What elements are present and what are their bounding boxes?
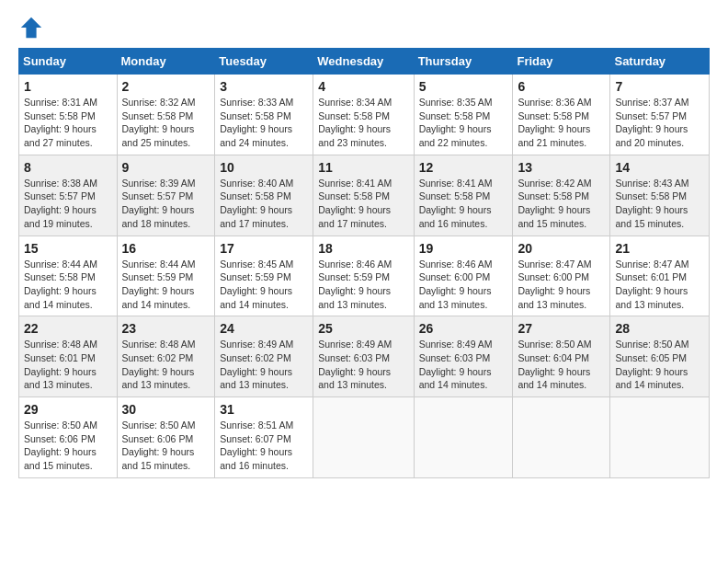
calendar-header-row: SundayMondayTuesdayWednesdayThursdayFrid… xyxy=(19,49,710,75)
day-number: 13 xyxy=(518,160,605,175)
day-number: 22 xyxy=(24,321,112,336)
logo xyxy=(18,15,48,40)
header-cell-friday: Friday xyxy=(513,49,610,75)
calendar-week-2: 8 Sunrise: 8:38 AMSunset: 5:57 PMDayligh… xyxy=(19,155,710,236)
calendar-cell xyxy=(313,397,414,478)
day-info: Sunrise: 8:47 AMSunset: 6:00 PMDaylight:… xyxy=(518,259,591,310)
page-header xyxy=(18,15,710,40)
day-info: Sunrise: 8:46 AMSunset: 5:59 PMDaylight:… xyxy=(318,259,392,310)
day-number: 5 xyxy=(419,79,508,94)
day-info: Sunrise: 8:35 AMSunset: 5:58 PMDaylight:… xyxy=(419,97,493,148)
day-number: 12 xyxy=(419,160,508,175)
calendar-cell: 1 Sunrise: 8:31 AMSunset: 5:58 PMDayligh… xyxy=(19,75,118,155)
day-number: 6 xyxy=(518,79,605,94)
day-info: Sunrise: 8:49 AMSunset: 6:03 PMDaylight:… xyxy=(318,339,392,390)
day-info: Sunrise: 8:43 AMSunset: 5:58 PMDaylight:… xyxy=(615,178,688,229)
day-info: Sunrise: 8:40 AMSunset: 5:58 PMDaylight:… xyxy=(220,178,293,229)
calendar-cell: 8 Sunrise: 8:38 AMSunset: 5:57 PMDayligh… xyxy=(19,155,118,236)
day-info: Sunrise: 8:48 AMSunset: 6:01 PMDaylight:… xyxy=(24,339,97,390)
calendar-cell: 4 Sunrise: 8:34 AMSunset: 5:58 PMDayligh… xyxy=(313,75,414,155)
day-info: Sunrise: 8:41 AMSunset: 5:58 PMDaylight:… xyxy=(318,178,392,229)
day-number: 26 xyxy=(419,321,508,336)
day-number: 24 xyxy=(220,321,308,336)
calendar-table: SundayMondayTuesdayWednesdayThursdayFrid… xyxy=(18,48,710,478)
day-info: Sunrise: 8:48 AMSunset: 6:02 PMDaylight:… xyxy=(122,339,196,390)
header-cell-thursday: Thursday xyxy=(414,49,513,75)
day-number: 29 xyxy=(24,402,112,417)
day-number: 3 xyxy=(220,79,308,94)
calendar-cell: 20 Sunrise: 8:47 AMSunset: 6:00 PMDaylig… xyxy=(513,236,610,316)
calendar-cell: 30 Sunrise: 8:50 AMSunset: 6:06 PMDaylig… xyxy=(117,397,215,478)
calendar-cell xyxy=(414,397,513,478)
calendar-cell: 27 Sunrise: 8:50 AMSunset: 6:04 PMDaylig… xyxy=(513,316,610,397)
day-number: 4 xyxy=(318,79,408,94)
calendar-cell: 25 Sunrise: 8:49 AMSunset: 6:03 PMDaylig… xyxy=(313,316,414,397)
calendar-cell: 13 Sunrise: 8:42 AMSunset: 5:58 PMDaylig… xyxy=(513,155,610,236)
calendar-week-1: 1 Sunrise: 8:31 AMSunset: 5:58 PMDayligh… xyxy=(19,75,710,155)
day-info: Sunrise: 8:33 AMSunset: 5:58 PMDaylight:… xyxy=(220,97,293,148)
logo-icon xyxy=(18,15,44,40)
day-number: 15 xyxy=(24,241,112,256)
calendar-cell: 12 Sunrise: 8:41 AMSunset: 5:58 PMDaylig… xyxy=(414,155,513,236)
svg-marker-0 xyxy=(21,17,41,38)
calendar-cell: 28 Sunrise: 8:50 AMSunset: 6:05 PMDaylig… xyxy=(610,316,710,397)
calendar-week-3: 15 Sunrise: 8:44 AMSunset: 5:58 PMDaylig… xyxy=(19,236,710,316)
day-number: 7 xyxy=(615,79,704,94)
day-number: 19 xyxy=(419,241,508,256)
day-number: 31 xyxy=(220,402,308,417)
day-number: 9 xyxy=(122,160,210,175)
day-number: 28 xyxy=(615,321,704,336)
calendar-cell: 10 Sunrise: 8:40 AMSunset: 5:58 PMDaylig… xyxy=(215,155,313,236)
calendar-cell: 31 Sunrise: 8:51 AMSunset: 6:07 PMDaylig… xyxy=(215,397,313,478)
day-info: Sunrise: 8:46 AMSunset: 6:00 PMDaylight:… xyxy=(419,259,493,310)
day-number: 10 xyxy=(220,160,308,175)
day-info: Sunrise: 8:50 AMSunset: 6:06 PMDaylight:… xyxy=(24,419,97,471)
calendar-cell: 5 Sunrise: 8:35 AMSunset: 5:58 PMDayligh… xyxy=(414,75,513,155)
day-number: 20 xyxy=(518,241,605,256)
day-info: Sunrise: 8:42 AMSunset: 5:58 PMDaylight:… xyxy=(518,178,591,229)
calendar-cell: 9 Sunrise: 8:39 AMSunset: 5:57 PMDayligh… xyxy=(117,155,215,236)
day-info: Sunrise: 8:49 AMSunset: 6:02 PMDaylight:… xyxy=(220,339,293,390)
calendar-week-5: 29 Sunrise: 8:50 AMSunset: 6:06 PMDaylig… xyxy=(19,397,710,478)
day-info: Sunrise: 8:50 AMSunset: 6:04 PMDaylight:… xyxy=(518,339,591,390)
calendar-cell: 24 Sunrise: 8:49 AMSunset: 6:02 PMDaylig… xyxy=(215,316,313,397)
day-number: 8 xyxy=(24,160,112,175)
day-number: 25 xyxy=(318,321,408,336)
day-info: Sunrise: 8:50 AMSunset: 6:05 PMDaylight:… xyxy=(615,339,688,390)
day-info: Sunrise: 8:32 AMSunset: 5:58 PMDaylight:… xyxy=(122,97,196,148)
calendar-cell: 21 Sunrise: 8:47 AMSunset: 6:01 PMDaylig… xyxy=(610,236,710,316)
day-info: Sunrise: 8:38 AMSunset: 5:57 PMDaylight:… xyxy=(24,178,97,229)
calendar-cell: 7 Sunrise: 8:37 AMSunset: 5:57 PMDayligh… xyxy=(610,75,710,155)
day-info: Sunrise: 8:44 AMSunset: 5:58 PMDaylight:… xyxy=(24,259,97,310)
day-number: 18 xyxy=(318,241,408,256)
header-cell-sunday: Sunday xyxy=(19,49,118,75)
day-number: 2 xyxy=(122,79,210,94)
header-cell-monday: Monday xyxy=(117,49,215,75)
calendar-cell: 3 Sunrise: 8:33 AMSunset: 5:58 PMDayligh… xyxy=(215,75,313,155)
day-number: 16 xyxy=(122,241,210,256)
calendar-cell: 11 Sunrise: 8:41 AMSunset: 5:58 PMDaylig… xyxy=(313,155,414,236)
calendar-cell: 18 Sunrise: 8:46 AMSunset: 5:59 PMDaylig… xyxy=(313,236,414,316)
calendar-week-4: 22 Sunrise: 8:48 AMSunset: 6:01 PMDaylig… xyxy=(19,316,710,397)
calendar-cell: 22 Sunrise: 8:48 AMSunset: 6:01 PMDaylig… xyxy=(19,316,118,397)
day-info: Sunrise: 8:31 AMSunset: 5:58 PMDaylight:… xyxy=(24,97,97,148)
calendar-cell: 2 Sunrise: 8:32 AMSunset: 5:58 PMDayligh… xyxy=(117,75,215,155)
day-number: 1 xyxy=(24,79,112,94)
day-info: Sunrise: 8:39 AMSunset: 5:57 PMDaylight:… xyxy=(122,178,196,229)
calendar-cell xyxy=(513,397,610,478)
day-number: 23 xyxy=(122,321,210,336)
day-number: 30 xyxy=(122,402,210,417)
calendar-cell: 16 Sunrise: 8:44 AMSunset: 5:59 PMDaylig… xyxy=(117,236,215,316)
day-number: 14 xyxy=(615,160,704,175)
day-info: Sunrise: 8:47 AMSunset: 6:01 PMDaylight:… xyxy=(615,259,688,310)
calendar-cell xyxy=(610,397,710,478)
header-cell-tuesday: Tuesday xyxy=(215,49,313,75)
day-number: 17 xyxy=(220,241,308,256)
day-info: Sunrise: 8:37 AMSunset: 5:57 PMDaylight:… xyxy=(615,97,688,148)
day-info: Sunrise: 8:36 AMSunset: 5:58 PMDaylight:… xyxy=(518,97,591,148)
calendar-cell: 17 Sunrise: 8:45 AMSunset: 5:59 PMDaylig… xyxy=(215,236,313,316)
day-info: Sunrise: 8:50 AMSunset: 6:06 PMDaylight:… xyxy=(122,419,196,471)
calendar-cell: 19 Sunrise: 8:46 AMSunset: 6:00 PMDaylig… xyxy=(414,236,513,316)
day-info: Sunrise: 8:34 AMSunset: 5:58 PMDaylight:… xyxy=(318,97,392,148)
calendar-cell: 15 Sunrise: 8:44 AMSunset: 5:58 PMDaylig… xyxy=(19,236,118,316)
